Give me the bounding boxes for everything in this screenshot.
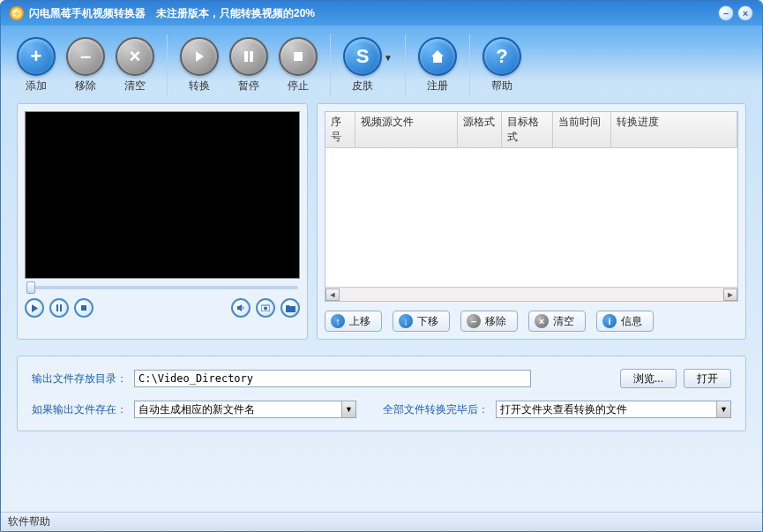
- info-button[interactable]: i信息: [596, 311, 654, 332]
- move-down-button[interactable]: ↓下移: [393, 311, 450, 332]
- svg-rect-5: [81, 305, 86, 311]
- minimize-button[interactable]: –: [718, 5, 734, 21]
- folder-button[interactable]: [281, 298, 300, 318]
- home-icon: [418, 37, 457, 76]
- arrow-down-icon: ↓: [399, 314, 413, 328]
- svg-point-7: [264, 307, 267, 311]
- pause-button[interactable]: 暂停: [229, 37, 268, 94]
- pause-media-button[interactable]: [49, 298, 69, 318]
- chevron-down-icon: ▼: [341, 401, 355, 417]
- open-folder-button[interactable]: 打开: [684, 369, 731, 388]
- after-combo[interactable]: 打开文件夹查看转换的文件▼: [496, 401, 731, 418]
- help-button[interactable]: ? 帮助: [482, 37, 521, 94]
- seek-slider[interactable]: [26, 286, 298, 289]
- main-toolbar: + 添加 – 移除 × 清空 转换 暂停 停止: [1, 26, 762, 103]
- plus-icon: +: [17, 37, 56, 76]
- snapshot-button[interactable]: [256, 298, 275, 318]
- x-icon: ×: [116, 37, 154, 76]
- after-label: 全部文件转换完毕后：: [383, 402, 489, 417]
- svg-rect-0: [244, 51, 248, 62]
- col-index[interactable]: 序号: [325, 112, 355, 147]
- preview-panel: [17, 103, 308, 340]
- minus-small-icon: –: [467, 314, 481, 328]
- remove-button[interactable]: – 移除: [66, 37, 105, 94]
- arrow-up-icon: ↑: [331, 314, 345, 328]
- col-source[interactable]: 视频源文件: [355, 112, 458, 147]
- info-icon: i: [602, 314, 617, 328]
- skin-button[interactable]: S 皮肤: [343, 37, 382, 94]
- scroll-left-arrow[interactable]: ◄: [325, 288, 340, 301]
- chevron-down-icon: ▼: [716, 401, 730, 417]
- scroll-right-arrow[interactable]: ►: [723, 288, 737, 301]
- video-preview: [25, 111, 300, 279]
- convert-button[interactable]: 转换: [180, 37, 219, 94]
- minus-icon: –: [66, 37, 105, 76]
- svg-rect-3: [56, 304, 58, 311]
- col-dstfmt[interactable]: 目标格式: [502, 112, 553, 147]
- move-up-button[interactable]: ↑上移: [325, 311, 382, 332]
- pause-icon: [229, 37, 268, 76]
- browse-button[interactable]: 浏览...: [620, 369, 677, 388]
- close-button[interactable]: ×: [737, 5, 753, 21]
- stop-media-button[interactable]: [74, 298, 94, 318]
- app-window: ⚡ 闪电黑莓手机视频转换器 未注册版本，只能转换视频的20% – × + 添加 …: [0, 0, 763, 532]
- exists-label: 如果输出文件存在：: [32, 402, 127, 417]
- status-bar: 软件帮助: [1, 512, 762, 531]
- status-text: 软件帮助: [8, 514, 50, 529]
- col-time[interactable]: 当前时间: [553, 112, 611, 147]
- play-icon: [180, 37, 219, 76]
- add-button[interactable]: + 添加: [17, 37, 56, 94]
- register-button[interactable]: 注册: [418, 37, 457, 94]
- clear-button[interactable]: × 清空: [116, 37, 154, 94]
- horizontal-scrollbar[interactable]: ◄ ►: [325, 287, 737, 301]
- list-clear-button[interactable]: ×清空: [528, 311, 586, 332]
- svg-rect-4: [60, 304, 62, 311]
- play-media-button[interactable]: [25, 298, 44, 318]
- table-header: 序号 视频源文件 源格式 目标格式 当前时间 转换进度: [325, 112, 737, 148]
- outdir-label: 输出文件存放目录：: [32, 371, 127, 386]
- exists-combo[interactable]: 自动生成相应的新文件名▼: [134, 401, 356, 418]
- list-remove-button[interactable]: –移除: [460, 311, 518, 332]
- svg-rect-1: [250, 51, 253, 62]
- skin-s-icon: S: [343, 37, 382, 76]
- question-icon: ?: [482, 37, 521, 76]
- col-progress[interactable]: 转换进度: [611, 112, 737, 147]
- window-title: 闪电黑莓手机视频转换器 未注册版本，只能转换视频的20%: [29, 6, 718, 21]
- output-settings-panel: 输出文件存放目录： 浏览... 打开 如果输出文件存在： 自动生成相应的新文件名…: [17, 356, 746, 431]
- skin-dropdown-arrow[interactable]: ▼: [384, 53, 393, 63]
- stop-button[interactable]: 停止: [279, 37, 318, 94]
- file-table: 序号 视频源文件 源格式 目标格式 当前时间 转换进度 ◄ ►: [325, 111, 738, 302]
- outdir-input[interactable]: [134, 370, 531, 387]
- svg-rect-2: [294, 52, 303, 61]
- file-list-panel: 序号 视频源文件 源格式 目标格式 当前时间 转换进度 ◄ ► ↑上移 ↓下移 …: [317, 103, 746, 340]
- stop-icon: [279, 37, 318, 76]
- slider-thumb[interactable]: [26, 281, 35, 294]
- app-logo-icon: ⚡: [10, 6, 24, 20]
- table-body[interactable]: [325, 148, 737, 287]
- x-small-icon: ×: [535, 314, 549, 328]
- col-srcfmt[interactable]: 源格式: [458, 112, 502, 147]
- titlebar: ⚡ 闪电黑莓手机视频转换器 未注册版本，只能转换视频的20% – ×: [1, 1, 762, 26]
- volume-button[interactable]: [231, 298, 251, 318]
